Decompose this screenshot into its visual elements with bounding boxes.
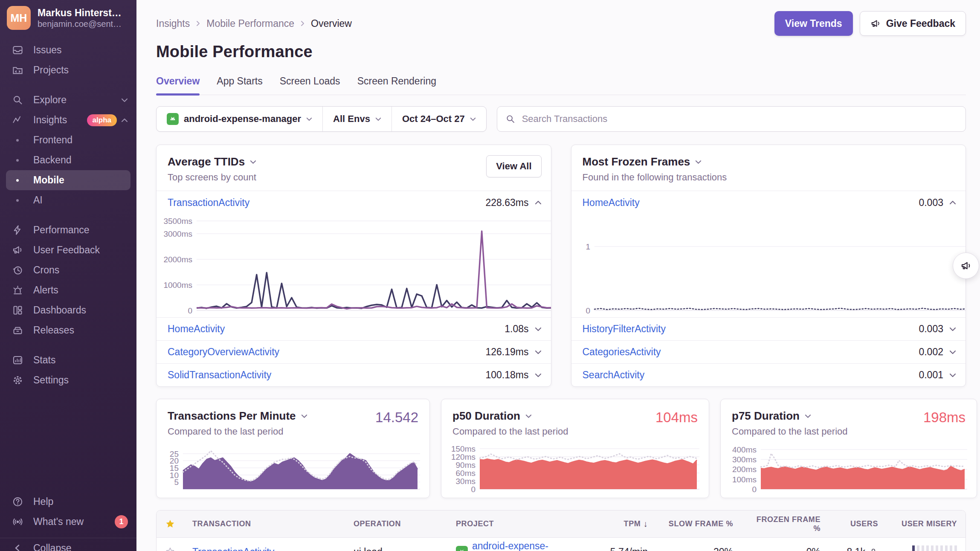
transaction-link[interactable]: TransactionActivity	[168, 197, 485, 209]
svg-text:120ms: 120ms	[451, 452, 476, 461]
transaction-link[interactable]: CategoriesActivity	[583, 346, 919, 358]
sidebar-nav: Issues Projects Explore Insights alpha F…	[0, 34, 136, 390]
transaction-link[interactable]: HistoryFilterActivity	[583, 323, 919, 335]
floating-feedback-button[interactable]	[953, 252, 979, 279]
chevron-down-icon[interactable]	[535, 350, 542, 354]
list-item: HistoryFilterActivity 0.003	[571, 317, 966, 340]
search-transactions-input[interactable]	[497, 106, 966, 132]
list-item: HomeActivity 1.08s	[157, 317, 551, 340]
sidebar-item-performance[interactable]: Performance	[0, 220, 136, 240]
sidebar-item-dashboards[interactable]: Dashboards	[0, 300, 136, 320]
project-link[interactable]: android-expense-manager	[472, 540, 584, 551]
sidebar-item-backend[interactable]: Backend	[0, 150, 136, 170]
transaction-link[interactable]: SolidTransactionActivity	[168, 369, 485, 381]
sidebar-item-mobile[interactable]: Mobile	[6, 170, 130, 190]
sidebar-item-alerts[interactable]: Alerts	[0, 280, 136, 300]
table-row: TransactionActivity ui.load android-expe…	[157, 538, 966, 551]
help-icon	[11, 496, 24, 508]
sidebar-item-frontend[interactable]: Frontend	[0, 130, 136, 150]
chevron-down-icon[interactable]	[535, 327, 542, 331]
sidebar-item-stats[interactable]: Stats	[0, 350, 136, 370]
svg-text:0: 0	[586, 306, 590, 314]
chevron-down-icon[interactable]	[949, 373, 956, 377]
tpm-card: Transactions Per Minute Compared to the …	[156, 399, 430, 498]
sidebar-item-crons[interactable]: Crons	[0, 260, 136, 280]
star-column-header[interactable]	[157, 519, 184, 530]
transaction-link[interactable]: TransactionActivity	[192, 546, 274, 551]
column-header-users[interactable]: USERS	[829, 519, 887, 528]
user-misery-bar	[912, 545, 957, 551]
chevron-down-icon[interactable]	[535, 373, 542, 377]
tab-screen-rendering[interactable]: Screen Rendering	[357, 75, 436, 95]
column-header-operation[interactable]: OPERATION	[345, 519, 447, 528]
svg-text:0: 0	[752, 485, 757, 493]
sort-desc-icon: ↓	[643, 519, 648, 529]
sidebar-item-user-feedback[interactable]: User Feedback	[0, 240, 136, 260]
project-selector[interactable]: android-expense-manager	[157, 107, 322, 131]
tab-screen-loads[interactable]: Screen Loads	[280, 75, 340, 95]
sidebar-item-insights[interactable]: Insights alpha	[0, 110, 136, 130]
sidebar-collapse-button[interactable]: Collapse	[0, 538, 136, 551]
chevron-down-icon[interactable]	[949, 350, 956, 354]
sidebar: MH Markus Hinterst… benjamin.coe@sent… I…	[0, 0, 136, 551]
p50-card-title[interactable]: p50 Duration	[452, 409, 655, 423]
environment-selector[interactable]: All Envs	[322, 107, 391, 131]
search-icon	[11, 94, 24, 106]
average-ttids-chart: 3500ms3000ms2000ms1000ms0	[157, 214, 551, 317]
svg-text:5: 5	[174, 478, 179, 487]
clock-icon	[11, 264, 24, 276]
page-filter-bar: android-expense-manager All Envs Oct 24–…	[156, 106, 487, 132]
most-frozen-frames-title[interactable]: Most Frozen Frames	[583, 155, 957, 168]
transaction-link[interactable]: CategoryOverviewActivity	[168, 346, 485, 358]
chevron-left-icon	[11, 544, 24, 551]
issues-icon	[11, 44, 24, 56]
tab-overview[interactable]: Overview	[156, 75, 200, 95]
view-all-button[interactable]: View All	[486, 155, 541, 177]
column-header-user-misery[interactable]: USER MISERY	[887, 519, 966, 528]
chevron-down-icon	[805, 414, 811, 418]
android-icon	[456, 546, 468, 551]
breadcrumb-insights[interactable]: Insights	[156, 18, 190, 29]
list-item: CategoryOverviewActivity 126.19ms	[157, 340, 551, 363]
average-ttids-title[interactable]: Average TTIDs	[168, 155, 486, 168]
projects-icon	[11, 64, 24, 76]
chevron-up-icon[interactable]	[949, 200, 956, 205]
sidebar-item-settings[interactable]: Settings	[0, 370, 136, 390]
tab-app-starts[interactable]: App Starts	[217, 75, 262, 95]
chevron-up-icon[interactable]	[535, 200, 542, 205]
bullet-icon	[16, 179, 19, 182]
column-header-frozen-frame[interactable]: FROZEN FRAME %	[742, 515, 829, 533]
chevron-down-icon[interactable]	[949, 327, 956, 331]
column-header-tpm[interactable]: TPM ↓	[592, 519, 656, 529]
transaction-link[interactable]: SearchActivity	[583, 369, 919, 381]
view-trends-button[interactable]: View Trends	[774, 11, 853, 36]
sidebar-item-projects[interactable]: Projects	[0, 60, 136, 80]
give-feedback-button[interactable]: Give Feedback	[860, 11, 966, 36]
star-icon	[165, 519, 176, 530]
sidebar-item-releases[interactable]: Releases	[0, 320, 136, 340]
stats-icon	[11, 354, 24, 366]
sidebar-item-issues[interactable]: Issues	[0, 40, 136, 60]
breadcrumb-mobile-performance[interactable]: Mobile Performance	[206, 18, 294, 29]
column-header-transaction[interactable]: TRANSACTION	[184, 519, 345, 528]
chevron-down-icon	[250, 160, 256, 164]
transaction-link[interactable]: HomeActivity	[583, 197, 919, 209]
p75-card-title[interactable]: p75 Duration	[732, 409, 923, 423]
date-range-selector[interactable]: Oct 24–Oct 27	[391, 107, 486, 131]
star-outline-icon	[165, 546, 176, 551]
bullet-icon	[16, 139, 19, 142]
user-menu[interactable]: MH Markus Hinterst… benjamin.coe@sent…	[0, 0, 136, 34]
dashboards-icon	[11, 304, 24, 316]
sidebar-item-ai[interactable]: AI	[0, 190, 136, 210]
tpm-card-title[interactable]: Transactions Per Minute	[168, 409, 375, 423]
android-icon	[167, 113, 179, 125]
column-header-project[interactable]: PROJECT	[447, 519, 592, 528]
star-toggle[interactable]	[157, 538, 184, 551]
sidebar-item-explore[interactable]: Explore	[0, 90, 136, 110]
chevron-down-icon	[375, 117, 381, 121]
sidebar-item-whats-new[interactable]: What's new 1	[0, 512, 136, 532]
sidebar-item-help[interactable]: Help	[0, 492, 136, 512]
chevron-down-icon	[695, 160, 702, 164]
transaction-link[interactable]: HomeActivity	[168, 323, 504, 335]
column-header-slow-frame[interactable]: SLOW FRAME %	[656, 519, 742, 528]
